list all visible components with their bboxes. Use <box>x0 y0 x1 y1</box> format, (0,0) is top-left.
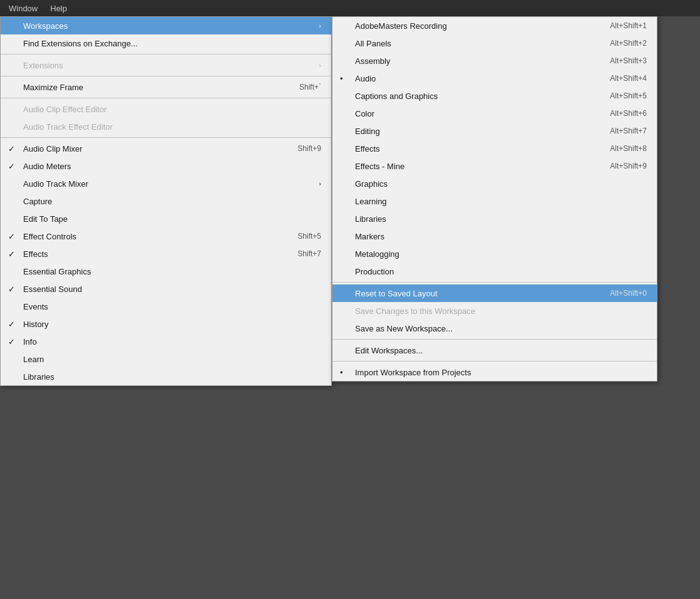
submenu-item-libraries[interactable]: Libraries <box>332 210 657 227</box>
menu-item-libraries[interactable]: Libraries <box>1 368 331 385</box>
check-icon: • <box>340 368 343 377</box>
menu-separator <box>1 98 331 98</box>
submenu-item-effects---mine[interactable]: Effects - MineAlt+Shift+9 <box>332 157 657 175</box>
submenu-item-label: Editing <box>355 127 380 136</box>
submenu-item-edit-workspaces---[interactable]: Edit Workspaces... <box>332 341 657 359</box>
submenu-item-label: Markers <box>355 232 384 241</box>
submenu-item-captions-and-graphics[interactable]: Captions and GraphicsAlt+Shift+5 <box>332 87 657 105</box>
menu-item-label: Libraries <box>23 372 54 382</box>
shortcut-label: Alt+Shift+1 <box>572 21 647 30</box>
menu-item-history[interactable]: ✓History <box>1 315 331 333</box>
shortcut-label: Shift+7 <box>272 249 321 258</box>
submenu-separator <box>332 282 657 283</box>
menu-item-label: Find Extensions on Exchange... <box>23 39 138 48</box>
submenu-item-reset-to-saved-layout[interactable]: Reset to Saved LayoutAlt+Shift+0 <box>332 284 657 302</box>
submenu-item-label: Production <box>355 267 394 276</box>
menu-item-label: Effect Controls <box>23 232 76 241</box>
check-icon: ✓ <box>8 284 15 294</box>
submenu-item-effects[interactable]: EffectsAlt+Shift+8 <box>332 140 657 157</box>
shortcut-label: Alt+Shift+3 <box>572 56 647 65</box>
menu-bar: Window Help <box>0 0 700 16</box>
menu-item-label: Audio Track Mixer <box>23 179 88 189</box>
submenu-item-adobemasters-recording[interactable]: AdobeMasters RecordingAlt+Shift+1 <box>332 17 657 34</box>
menu-item-essential-graphics[interactable]: Essential Graphics <box>1 263 331 280</box>
menu-bar-help[interactable]: Help <box>44 2 73 15</box>
submenu-item-learning[interactable]: Learning <box>332 192 657 210</box>
menu-item-learn[interactable]: Learn <box>1 350 331 368</box>
menu-item-label: Maximize Frame <box>23 83 83 92</box>
submenu-item-all-panels[interactable]: All PanelsAlt+Shift+2 <box>332 34 657 52</box>
menu-item-events[interactable]: Events <box>1 298 331 315</box>
menu-item-essential-sound[interactable]: ✓Essential Sound <box>1 280 331 298</box>
submenu-item-audio[interactable]: •AudioAlt+Shift+4 <box>332 70 657 87</box>
menu-item-label: Extensions <box>23 61 63 70</box>
menu-item-audio-clip-mixer[interactable]: ✓Audio Clip MixerShift+9 <box>1 140 331 157</box>
submenu-separator <box>332 339 657 340</box>
submenu-arrow-icon: › <box>306 22 321 29</box>
menu-item-effects[interactable]: ✓EffectsShift+7 <box>1 245 331 263</box>
menu-item-label: History <box>23 320 48 329</box>
menu-separator <box>1 137 331 138</box>
submenu-item-import-workspace-from-projects[interactable]: •Import Workspace from Projects <box>332 363 657 381</box>
shortcut-label: Alt+Shift+2 <box>572 39 647 48</box>
menu-item-label: Audio Clip Effect Editor <box>23 105 106 114</box>
shortcut-label: Alt+Shift+7 <box>572 127 647 135</box>
submenu-item-editing[interactable]: EditingAlt+Shift+7 <box>332 122 657 140</box>
menu-item-workspaces[interactable]: Workspaces› <box>1 17 331 34</box>
submenu-arrow-icon: › <box>306 180 321 187</box>
menu-separator <box>1 76 331 76</box>
menu-item-info[interactable]: ✓Info <box>1 333 331 350</box>
menu-item-label: Essential Sound <box>23 284 82 294</box>
submenu-item-graphics[interactable]: Graphics <box>332 175 657 192</box>
menu-item-label: Events <box>23 302 48 311</box>
menu-item-extensions: Extensions› <box>1 56 331 74</box>
menu-item-label: Audio Clip Mixer <box>23 144 83 154</box>
menu-item-maximize-frame[interactable]: Maximize FrameShift+` <box>1 78 331 96</box>
submenu-item-production[interactable]: Production <box>332 263 657 280</box>
menu-item-audio-clip-effect-editor: Audio Clip Effect Editor <box>1 100 331 118</box>
submenu-item-label: Color <box>355 109 374 118</box>
submenu-item-label: Edit Workspaces... <box>355 346 423 355</box>
submenu-item-save-as-new-workspace---[interactable]: Save as New Workspace... <box>332 320 657 337</box>
menu-item-label: Audio Meters <box>23 162 71 171</box>
menu-item-label: Edit To Tape <box>23 214 68 224</box>
menu-item-effect-controls[interactable]: ✓Effect ControlsShift+5 <box>1 227 331 245</box>
check-icon: ✓ <box>8 162 15 171</box>
submenu-item-label: Reset to Saved Layout <box>355 289 438 298</box>
submenu-item-label: AdobeMasters Recording <box>355 21 447 31</box>
check-icon: ✓ <box>8 249 15 259</box>
submenu-item-label: Effects <box>355 144 380 154</box>
submenu-separator <box>332 361 657 362</box>
workspaces-submenu-panel: AdobeMasters RecordingAlt+Shift+1All Pan… <box>332 16 657 382</box>
shortcut-label: Alt+Shift+6 <box>572 109 647 118</box>
check-icon: ✓ <box>8 232 15 241</box>
submenu-item-label: Learning <box>355 197 387 206</box>
submenu-item-metalogging[interactable]: Metalogging <box>332 245 657 263</box>
check-icon: ✓ <box>8 337 15 346</box>
submenu-item-save-changes-to-this-workspace: Save Changes to this Workspace <box>332 302 657 320</box>
menu-item-audio-meters[interactable]: ✓Audio Meters <box>1 157 331 175</box>
submenu-item-markers[interactable]: Markers <box>332 227 657 245</box>
submenu-item-label: Graphics <box>355 179 388 189</box>
shortcut-label: Shift+` <box>274 83 321 91</box>
menu-item-capture[interactable]: Capture <box>1 192 331 210</box>
shortcut-label: Alt+Shift+8 <box>572 144 647 153</box>
dropdown-container: Workspaces›Find Extensions on Exchange..… <box>0 16 332 386</box>
menu-item-find-extensions-on-exchange---[interactable]: Find Extensions on Exchange... <box>1 34 331 52</box>
submenu-arrow-icon: › <box>306 61 321 69</box>
submenu-item-label: Effects - Mine <box>355 162 404 171</box>
menu-item-audio-track-effect-editor: Audio Track Effect Editor <box>1 118 331 135</box>
menu-item-edit-to-tape[interactable]: Edit To Tape <box>1 210 331 227</box>
shortcut-label: Shift+5 <box>272 232 321 241</box>
menu-item-audio-track-mixer[interactable]: Audio Track Mixer› <box>1 175 331 192</box>
submenu-item-label: Save as New Workspace... <box>355 324 453 333</box>
shortcut-label: Alt+Shift+9 <box>572 162 647 170</box>
menu-item-label: Essential Graphics <box>23 267 91 276</box>
submenu-item-label: Libraries <box>355 214 386 224</box>
shortcut-label: Shift+9 <box>272 144 321 153</box>
menu-bar-window[interactable]: Window <box>3 2 44 15</box>
submenu-item-assembly[interactable]: AssemblyAlt+Shift+3 <box>332 52 657 70</box>
submenu-item-label: Audio <box>355 74 376 83</box>
submenu-item-color[interactable]: ColorAlt+Shift+6 <box>332 105 657 122</box>
submenu-item-label: Assembly <box>355 56 390 66</box>
